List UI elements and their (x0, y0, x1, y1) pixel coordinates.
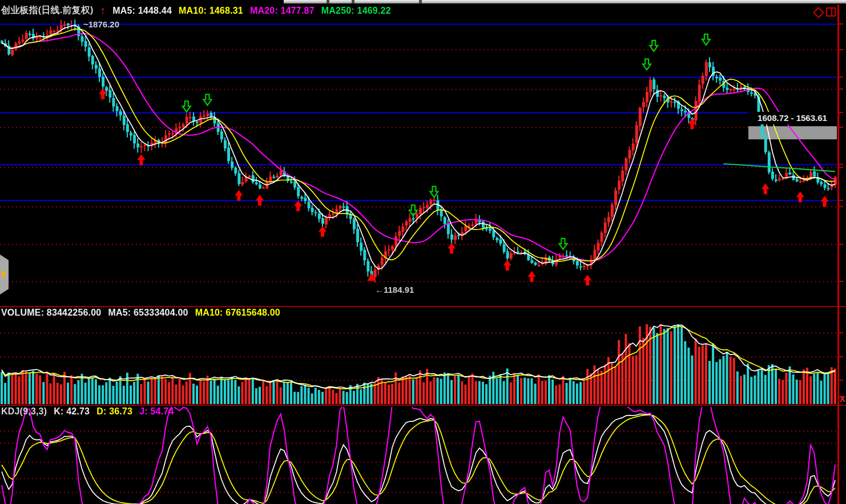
price-pane-header: 创业板指(日线.前复权) ↑ MA5: 1448.44 MA10: 1468.3… (1, 5, 391, 17)
panel-expand-tab[interactable] (0, 255, 9, 295)
trading-app-window: 创业板指(日线.前复权) ↑ MA5: 1448.44 MA10: 1468.3… (0, 0, 846, 504)
chrome-separator (419, 0, 422, 3)
up-arrow-icon: ↑ (100, 7, 106, 15)
k-value: K: 42.73 (54, 406, 90, 417)
split-window-icon[interactable] (826, 7, 836, 17)
volume-value: VOLUME: 83442256.00 (1, 308, 101, 318)
chrome-separator (327, 0, 329, 3)
volume-pane-header: VOLUME: 83442256.00 MA5: 65333404.00 MA1… (1, 308, 280, 318)
volume-ma10-value: MA10: 67615648.00 (195, 308, 280, 318)
low-annotation: ←1184.91 (375, 285, 414, 295)
chrome-separator (352, 0, 354, 3)
range-tooltip: 1608.72 - 1563.61 (748, 112, 836, 124)
expand-triangle-icon (2, 270, 6, 278)
ma5-legend: MA5: 1448.44 (112, 6, 172, 16)
d-value: D: 36.73 (96, 406, 132, 417)
symbol-title[interactable]: 创业板指(日线.前复权) (1, 5, 94, 17)
j-value: J: 54.74 (139, 406, 174, 417)
ma20-legend: MA20: 1477.87 (250, 6, 315, 16)
chart-canvas[interactable] (0, 0, 846, 504)
ma250-legend: MA250: 1469.22 (321, 6, 391, 16)
kdj-pane-header: KDJ(9,3,3) K: 42.73 D: 36.73 J: 54.74 (1, 406, 174, 417)
split-window-icon-bar (831, 9, 832, 15)
ma10-legend: MA10: 1468.31 (179, 6, 243, 16)
kdj-label: KDJ(9,3,3) (1, 406, 47, 417)
close-indicator-icon[interactable]: X (839, 395, 846, 404)
volume-ma5-value: MA5: 65333404.00 (108, 308, 188, 318)
window-chrome-strip (284, 0, 846, 3)
high-annotation: ~1876.20 (83, 19, 119, 29)
